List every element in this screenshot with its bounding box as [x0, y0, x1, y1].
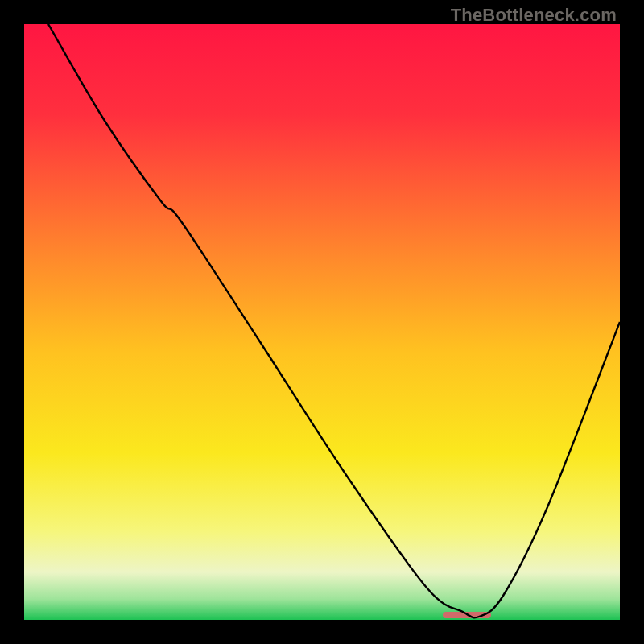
watermark-text: TheBottleneck.com [451, 5, 617, 26]
chart-background [24, 24, 620, 620]
chart-frame [24, 24, 620, 620]
bottleneck-chart [24, 24, 620, 620]
